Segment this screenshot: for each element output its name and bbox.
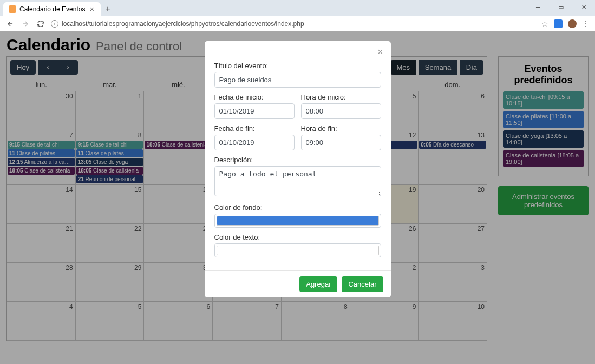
tab-close-icon[interactable]: × <box>89 5 95 14</box>
tab-title: Calendario de Eventos <box>19 5 85 13</box>
extension-icon[interactable] <box>554 19 563 28</box>
end-date-input[interactable] <box>214 135 295 150</box>
profile-avatar-icon[interactable] <box>568 19 577 28</box>
start-time-input[interactable] <box>301 103 381 119</box>
address-bar: i localhost/tutorialesprogramacionyaejer… <box>0 16 595 31</box>
close-window-button[interactable]: ✕ <box>572 0 595 14</box>
browser-tab[interactable]: Calendario de Eventos × <box>3 2 101 16</box>
bgcolor-field-wrap <box>214 214 381 228</box>
end-time-input[interactable] <box>301 135 381 150</box>
new-tab-button[interactable]: + <box>101 2 115 16</box>
textcolor-swatch[interactable] <box>217 246 379 255</box>
browser-menu-icon[interactable]: ⋮ <box>582 19 590 28</box>
window-controls: ─ ▭ ✕ <box>527 0 595 14</box>
start-date-label: Fecha de inicio: <box>214 93 295 101</box>
start-time-label: Hora de inicio: <box>301 93 381 101</box>
browser-chrome: ─ ▭ ✕ Calendario de Eventos × + i localh… <box>0 0 595 31</box>
back-button[interactable] <box>5 19 15 29</box>
bgcolor-label: Color de fondo: <box>214 203 381 211</box>
textcolor-field-wrap <box>214 243 381 257</box>
site-info-icon[interactable]: i <box>51 20 58 28</box>
modal-overlay[interactable]: × Título del evento: Fecha de inicio: Ho… <box>0 31 595 364</box>
url-text: localhost/tutorialesprogramacionyaejerci… <box>62 20 304 28</box>
end-date-label: Fecha de fin: <box>214 124 295 133</box>
add-button[interactable]: Agregar <box>299 276 337 292</box>
tab-bar: Calendario de Eventos × + <box>0 0 595 16</box>
maximize-button[interactable]: ▭ <box>550 0 572 14</box>
modal-footer: Agregar Cancelar <box>205 270 391 297</box>
start-date-input[interactable] <box>214 103 295 119</box>
reload-button[interactable] <box>36 19 45 29</box>
end-time-label: Hora de fin: <box>301 124 381 133</box>
description-label: Descripción: <box>214 156 381 164</box>
textcolor-label: Color de texto: <box>214 233 381 241</box>
favicon-icon <box>9 5 16 13</box>
bgcolor-swatch[interactable] <box>217 216 379 226</box>
event-modal: × Título del evento: Fecha de inicio: Ho… <box>205 41 391 297</box>
url-field[interactable]: i localhost/tutorialesprogramacionyaejer… <box>51 20 536 28</box>
description-textarea[interactable]: Pago a todo el personal <box>214 166 381 196</box>
bookmark-star-icon[interactable]: ☆ <box>541 19 548 28</box>
title-input[interactable] <box>214 72 381 88</box>
minimize-button[interactable]: ─ <box>527 0 550 14</box>
forward-button[interactable] <box>21 19 30 29</box>
modal-close-button[interactable]: × <box>377 47 383 58</box>
title-label: Título del evento: <box>214 62 381 70</box>
cancel-button[interactable]: Cancelar <box>342 276 383 292</box>
